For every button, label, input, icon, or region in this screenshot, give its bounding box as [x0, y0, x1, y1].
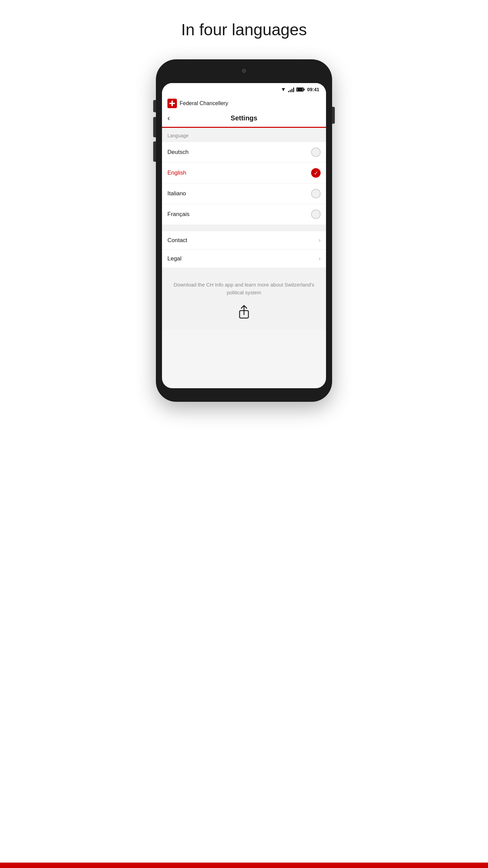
language-item-english[interactable]: English ✓: [162, 163, 326, 183]
settings-content: Language Deutsch English ✓ Italiano: [162, 128, 326, 330]
volume-up-button: [153, 117, 156, 137]
share-icon-container[interactable]: [172, 304, 316, 319]
language-label-deutsch: Deutsch: [167, 149, 188, 156]
bottom-red-bar: [0, 863, 488, 868]
status-bar: ▼ 09:41: [162, 83, 326, 95]
wifi-icon: ▼: [281, 86, 286, 93]
language-label-francais: Français: [167, 211, 189, 218]
phone-screen: ▼ 09:41: [162, 83, 326, 388]
language-section-header: Language: [162, 128, 326, 142]
language-item-italiano[interactable]: Italiano: [162, 183, 326, 204]
brand-row: Federal Chancellery: [167, 97, 321, 111]
legal-item[interactable]: Legal ›: [162, 250, 326, 268]
settings-title: Settings: [231, 114, 258, 122]
legal-label: Legal: [167, 255, 182, 262]
signal-bar-3: [291, 89, 292, 92]
power-button: [332, 107, 335, 124]
phone-top-bar: [162, 66, 326, 83]
legal-chevron-icon: ›: [319, 255, 321, 262]
language-list: Deutsch English ✓ Italiano França: [162, 142, 326, 224]
mute-button: [153, 100, 156, 112]
radio-english: ✓: [311, 168, 321, 178]
swiss-logo: [167, 99, 177, 108]
download-section: Download the CH Info app and learn more …: [162, 268, 326, 330]
time-display: 09:41: [307, 87, 319, 92]
other-list: Contact › Legal ›: [162, 231, 326, 268]
camera-dot: [242, 69, 246, 73]
battery-fill: [297, 88, 303, 91]
language-label-italiano: Italiano: [167, 190, 186, 197]
download-text: Download the CH Info app and learn more …: [172, 281, 316, 296]
brand-name: Federal Chancellery: [180, 100, 228, 106]
volume-down-button: [153, 141, 156, 162]
language-label-english: English: [167, 170, 186, 176]
battery-icon: [296, 87, 304, 92]
contact-chevron-icon: ›: [319, 237, 321, 244]
signal-bar-4: [293, 87, 294, 92]
signal-bar-2: [290, 90, 291, 92]
status-icons: ▼ 09:41: [281, 86, 319, 93]
section-gap-1: [162, 224, 326, 231]
signal-icon: [288, 87, 294, 92]
language-item-francais[interactable]: Français: [162, 204, 326, 224]
phone-notch: [230, 66, 258, 76]
check-icon: ✓: [314, 170, 318, 176]
back-button[interactable]: ‹: [167, 115, 170, 122]
phone-device: ▼ 09:41: [156, 59, 332, 402]
contact-item[interactable]: Contact ›: [162, 231, 326, 250]
svg-rect-2: [169, 103, 175, 104]
radio-francais: [311, 210, 321, 219]
language-section-label: Language: [167, 133, 188, 138]
share-icon[interactable]: [237, 304, 251, 319]
radio-italiano: [311, 189, 321, 198]
radio-deutsch: [311, 147, 321, 157]
page-headline: In four languages: [181, 20, 307, 39]
language-item-deutsch[interactable]: Deutsch: [162, 142, 326, 163]
app-header: Federal Chancellery ‹ Settings: [162, 95, 326, 127]
contact-label: Contact: [167, 237, 187, 244]
nav-row: ‹ Settings: [167, 111, 321, 127]
signal-bar-1: [288, 91, 289, 92]
